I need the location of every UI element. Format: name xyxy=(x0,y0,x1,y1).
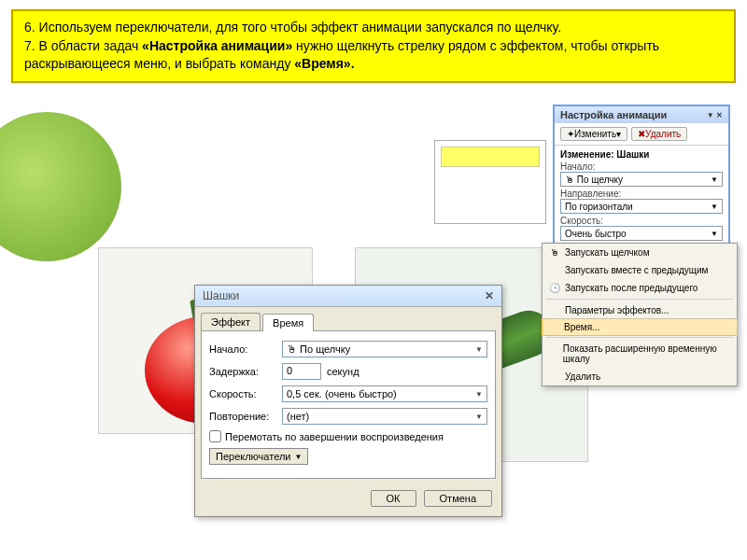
tp-speed-label: Скорость: xyxy=(560,216,723,226)
label-start: Начало: xyxy=(209,343,282,355)
tp-dir-combo[interactable]: По горизонтали▼ xyxy=(560,199,723,214)
repeat-combo[interactable]: (нет) ▼ xyxy=(282,408,487,425)
delay-input[interactable]: 0 xyxy=(282,363,321,380)
taskpane-toolbar: ✦ Изменить ▾ ✖ Удалить xyxy=(555,123,728,146)
tp-speed-combo[interactable]: Очень быстро▼ xyxy=(560,226,723,241)
ctx-start-click[interactable]: 🖱Запускать щелчком xyxy=(543,244,737,261)
rewind-checkbox-row[interactable]: Перемотать по завершении воспроизведения xyxy=(209,430,487,442)
ctx-start-with[interactable]: Запускать вместе с предыдущим xyxy=(543,261,737,279)
change-button[interactable]: ✦ Изменить ▾ xyxy=(560,127,627,141)
tp-start-combo[interactable]: 🖱 По щелчку▼ xyxy=(560,172,723,187)
separator xyxy=(546,337,733,338)
label-speed: Скорость: xyxy=(209,388,282,399)
ctx-delete[interactable]: Удалить xyxy=(543,368,737,385)
instruction-panel: 6. Используем переключатели, для того чт… xyxy=(11,9,736,83)
cancel-button[interactable]: Отмена xyxy=(424,490,492,507)
dialog-title-text: Шашки xyxy=(203,289,239,302)
label-repeat: Повторение: xyxy=(209,411,282,422)
chevron-down-icon: ▼ xyxy=(475,413,483,421)
clock-icon: 🕒 xyxy=(548,283,561,293)
chevron-down-icon[interactable]: ▼ ✕ xyxy=(707,111,723,119)
rewind-label: Перемотать по завершении воспроизведения xyxy=(225,431,444,442)
section-title: Изменение: Шашки xyxy=(560,149,723,160)
label-seconds: секунд xyxy=(327,366,359,377)
ctx-params[interactable]: Параметры эффектов... xyxy=(543,301,737,319)
taskpane-title[interactable]: Настройка анимации ▼ ✕ xyxy=(555,106,728,123)
speed-combo[interactable]: 0,5 сек. (очень быстро) ▼ xyxy=(282,385,487,402)
label-delay: Задержка: xyxy=(209,366,282,377)
slide-preview-thumb xyxy=(434,140,546,224)
dialog-tabs: Эффект Время xyxy=(195,307,501,330)
start-combo[interactable]: 🖱 По щелчку ▼ xyxy=(282,341,487,357)
toggles-button[interactable]: Переключатели ▼ xyxy=(209,448,308,465)
chevron-down-icon: ▼ xyxy=(475,390,483,399)
effect-context-menu: 🖱Запускать щелчком Запускать вместе с пр… xyxy=(542,243,738,386)
ok-button[interactable]: ОК xyxy=(371,490,416,507)
timing-dialog: Шашки ✕ Эффект Время Начало: 🖱 По щелчку… xyxy=(194,285,502,517)
cabbage-image xyxy=(0,112,121,261)
dialog-footer: ОК Отмена xyxy=(195,484,501,516)
separator xyxy=(546,299,733,300)
dialog-titlebar[interactable]: Шашки ✕ xyxy=(195,286,501,307)
close-icon[interactable]: ✕ xyxy=(485,289,494,302)
tab-time[interactable]: Время xyxy=(262,314,314,331)
instruction-line-7: 7. В области задач «Настройка анимации» … xyxy=(24,37,723,74)
dialog-body: Начало: 🖱 По щелчку ▼ Задержка: 0 секунд… xyxy=(201,330,496,479)
tp-dir-label: Направление: xyxy=(560,189,723,199)
mouse-icon: 🖱 xyxy=(548,247,561,258)
delete-button[interactable]: ✖ Удалить xyxy=(631,127,687,141)
tab-effect[interactable]: Эффект xyxy=(201,313,261,330)
thumb-yellow-box xyxy=(441,147,540,167)
chevron-down-icon: ▼ xyxy=(294,453,302,461)
rewind-checkbox[interactable] xyxy=(209,430,221,442)
tp-start-label: Начало: xyxy=(560,161,723,172)
ctx-start-after[interactable]: 🕒Запускать после предыдущего xyxy=(543,279,737,297)
ctx-time[interactable]: Время... xyxy=(542,318,738,336)
ctx-timeline[interactable]: Показать расширенную временную шкалу xyxy=(543,340,737,368)
taskpane-section: Изменение: Шашки Начало: 🖱 По щелчку▼ На… xyxy=(555,146,728,246)
instruction-line-6: 6. Используем переключатели, для того чт… xyxy=(24,19,723,37)
chevron-down-icon: ▼ xyxy=(475,345,483,354)
